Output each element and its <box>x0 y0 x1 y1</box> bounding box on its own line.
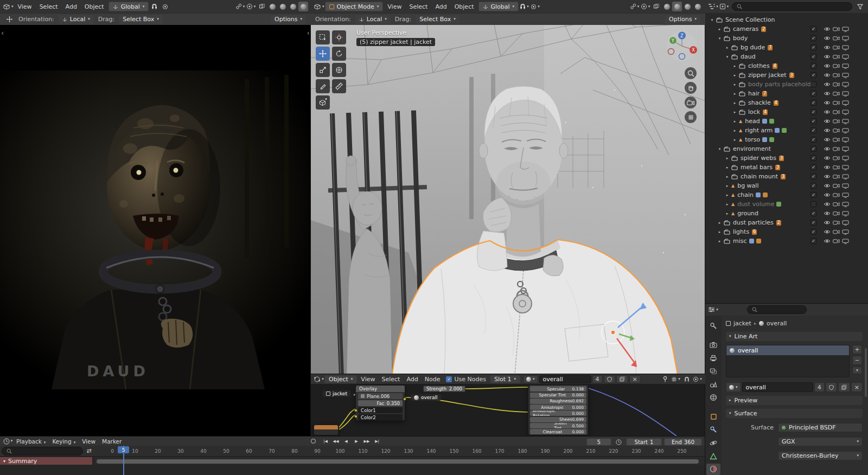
line-art-section-header[interactable]: ▾ Line Art <box>726 332 863 341</box>
viewport-screen-icon[interactable] <box>841 36 849 41</box>
snap-magnet-icon[interactable] <box>149 2 159 11</box>
editor-type-icon[interactable]: ▾ <box>3 2 14 11</box>
outliner-row[interactable]: ▾ Scene Collection <box>705 15 868 24</box>
xray-toggle-icon[interactable] <box>651 2 661 11</box>
properties-scrollbar[interactable] <box>865 348 867 397</box>
channel-search-input[interactable] <box>2 447 83 455</box>
viewport-screen-icon[interactable] <box>841 27 849 32</box>
exclude-checkbox[interactable] <box>810 127 816 133</box>
hide-eye-icon[interactable] <box>823 183 831 188</box>
exclude-checkbox[interactable] <box>810 201 816 207</box>
render-camera-icon[interactable] <box>832 100 840 105</box>
outliner-row[interactable]: ▸ cameras 2 <box>705 24 868 34</box>
render-camera-icon[interactable] <box>832 54 840 59</box>
add-slot-button[interactable]: + <box>852 345 862 354</box>
viewport-screen-icon[interactable] <box>841 192 849 198</box>
render-camera-icon[interactable] <box>832 239 840 243</box>
hide-eye-icon[interactable] <box>823 110 831 114</box>
outliner-row[interactable]: ▸ ▲ right arm <box>705 126 868 135</box>
bsdf-slider[interactable]: Specular Tint 0.000 <box>530 393 586 398</box>
summary-channel[interactable]: ▾ Summary <box>0 457 92 465</box>
exclude-checkbox[interactable] <box>810 174 816 179</box>
exclude-checkbox[interactable] <box>810 100 816 106</box>
perspective-toggle-icon[interactable] <box>685 111 697 123</box>
overlays-dropdown-icon[interactable]: ▾ <box>692 374 703 384</box>
outliner-row[interactable]: ▸ bg dude 7 <box>705 43 868 52</box>
outliner-row[interactable]: ▸ lights 6 <box>705 227 868 236</box>
expand-arrow-icon[interactable]: ▸ <box>724 175 731 179</box>
expand-arrow-icon[interactable]: ▸ <box>724 46 731 50</box>
render-camera-icon[interactable] <box>832 202 840 207</box>
hide-eye-icon[interactable] <box>823 220 831 225</box>
outliner-row[interactable]: ▸ ▲ torso <box>705 135 868 144</box>
hide-eye-icon[interactable] <box>823 229 831 234</box>
shading-material-ball[interactable] <box>682 2 692 11</box>
output-socket[interactable] <box>403 397 406 401</box>
expand-arrow-icon[interactable]: ▸ <box>716 239 723 243</box>
hide-eye-icon[interactable] <box>823 156 831 161</box>
expand-arrow-icon[interactable]: ▸ <box>716 27 723 31</box>
auto-key-record-button[interactable] <box>311 439 316 444</box>
exclude-checkbox[interactable] <box>810 118 816 124</box>
editor-type-icon[interactable]: ▾ <box>314 374 324 384</box>
viewport-screen-icon[interactable] <box>841 202 849 207</box>
end-frame-field[interactable]: End360 <box>664 438 702 446</box>
proportional-edit-icon[interactable] <box>160 2 170 11</box>
render-camera-icon[interactable] <box>832 156 840 161</box>
render-camera-icon[interactable] <box>832 183 840 188</box>
exclude-checkbox[interactable] <box>810 220 816 226</box>
viewport-screen-icon[interactable] <box>841 183 849 189</box>
menu-item[interactable]: Node <box>422 375 444 383</box>
shading-wireframe-ball[interactable] <box>267 2 277 11</box>
expand-arrow-icon[interactable]: ▸ <box>724 202 731 207</box>
gizmos-dropdown-icon[interactable]: ▾ <box>629 2 640 11</box>
shading-rendered-ball[interactable] <box>693 2 703 11</box>
filter-toggle-icon[interactable]: ⇄ <box>85 446 93 456</box>
shading-rendered-ball[interactable] <box>298 2 308 11</box>
new-material-icon[interactable] <box>616 375 628 383</box>
exclude-checkbox[interactable] <box>810 44 816 50</box>
outliner-row[interactable]: ▾ daud <box>705 52 868 61</box>
exclude-checkbox[interactable] <box>810 35 816 41</box>
editor-type-icon[interactable]: ▾ <box>708 2 718 11</box>
exclude-checkbox[interactable] <box>810 91 816 97</box>
menu-item[interactable]: View <box>384 2 405 11</box>
properties-search-input[interactable] <box>747 305 807 314</box>
drag-mode-dropdown[interactable]: Select Box▾ <box>415 15 459 24</box>
shader-type-dropdown[interactable]: Object▾ <box>324 375 357 383</box>
hide-eye-icon[interactable] <box>823 82 831 87</box>
snap-grid-icon[interactable]: ▾ <box>671 374 681 384</box>
viewport-screen-icon[interactable] <box>841 73 849 78</box>
image-texture-node-fragment[interactable] <box>314 425 339 435</box>
viewport-screen-icon[interactable] <box>841 156 849 161</box>
hide-eye-icon[interactable] <box>823 174 831 179</box>
outliner-row[interactable]: ▸ shackle 4 <box>705 98 868 107</box>
tab-world[interactable] <box>706 391 720 403</box>
start-frame-field[interactable]: Start1 <box>626 438 662 446</box>
hide-eye-icon[interactable] <box>823 73 831 78</box>
transport-button[interactable]: ◀◀ <box>331 437 341 445</box>
expand-arrow-icon[interactable]: ▾ <box>716 36 723 41</box>
exclude-checkbox[interactable] <box>810 146 816 152</box>
hide-eye-icon[interactable] <box>823 137 831 142</box>
fac-slider[interactable]: Fac 0.350 <box>358 400 403 406</box>
material-node-label[interactable]: overall <box>411 394 441 401</box>
bsdf-slider[interactable]: Anisotropic Rotation 0.000 <box>530 410 586 416</box>
browse-material-button[interactable]: ▾ <box>523 375 538 383</box>
render-camera-icon[interactable] <box>832 174 840 179</box>
bsdf-slider[interactable]: Clearcoat 0.000 <box>530 429 586 434</box>
expand-arrow-icon[interactable]: ▸ <box>731 110 738 114</box>
material-name-field[interactable]: overall <box>742 382 813 392</box>
viewport-screen-icon[interactable] <box>841 91 849 97</box>
exclude-checkbox[interactable] <box>810 238 816 244</box>
hide-eye-icon[interactable] <box>823 192 831 197</box>
editor-type-icon[interactable]: ▾ <box>3 437 13 446</box>
use-nodes-toggle[interactable]: ✓ Use Nodes <box>446 376 486 383</box>
tab-view-layer[interactable] <box>706 365 720 377</box>
render-camera-icon[interactable] <box>832 73 840 78</box>
outliner-row[interactable]: ▸ zipper jacket 3 <box>705 70 868 80</box>
proportional-edit-icon[interactable]: ▾ <box>530 2 540 11</box>
render-camera-icon[interactable] <box>832 63 840 68</box>
mix-node[interactable]: Overlay Plane.006 Fac 0.350 Color1 Color… <box>355 385 405 421</box>
slot-dropdown[interactable]: Slot 1▾ <box>490 375 520 383</box>
